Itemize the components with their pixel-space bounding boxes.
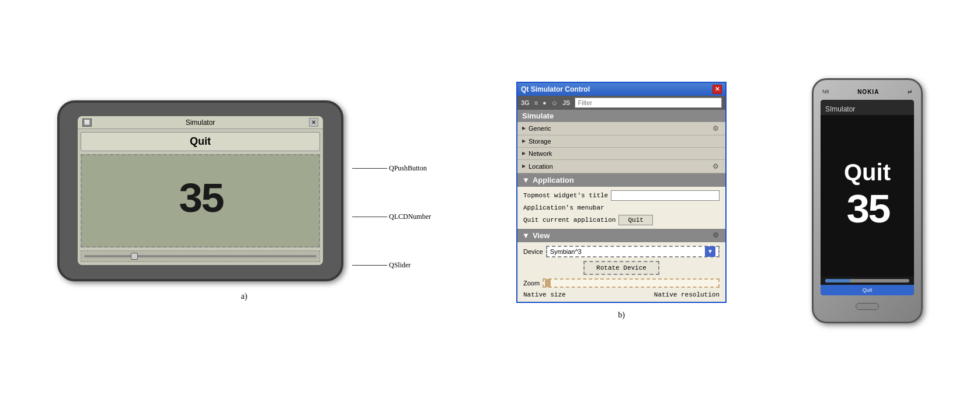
zoom-slider[interactable]	[543, 278, 720, 288]
view-section-header[interactable]: ▼ View ⚙	[517, 229, 725, 242]
section-c: N8 NOKIA ⇄ SImulator Quit 35	[812, 78, 923, 323]
annotation-line-3	[352, 265, 387, 266]
main-container: ⬜ Simulator ✕ Quit 35	[0, 0, 980, 401]
nokia-brand-portrait: NOKIA	[857, 89, 879, 95]
rotate-btn-row: Rotate Device	[523, 261, 720, 275]
signal-icon: ⇄	[908, 89, 912, 95]
simulator-titlebar: ⬜ Simulator ✕	[78, 116, 323, 129]
section-storage-left: ▶ Storage	[522, 138, 551, 145]
filter-input[interactable]	[575, 97, 722, 108]
toolbar-menu-icon[interactable]: ≡	[534, 99, 538, 106]
section-generic[interactable]: ▶ Generic ⚙	[517, 122, 725, 135]
annotation-label-3: QSlider	[389, 261, 411, 270]
zoom-thumb	[545, 279, 551, 287]
qt-titlebar: Qt Simulator Control ✕	[517, 83, 725, 96]
gear-icon-generic[interactable]: ⚙	[713, 124, 721, 132]
form-row-menubar: Application's menubar	[523, 204, 720, 211]
quit-label: Quit current application	[523, 217, 616, 224]
landscape-device: ⬜ Simulator ✕ Quit 35	[57, 100, 343, 281]
zoom-row: Zoom	[523, 278, 720, 288]
menubar-label: Application's menubar	[523, 204, 605, 211]
arrow-icon-view: ▼	[522, 231, 530, 240]
arrow-icon-application: ▼	[522, 176, 530, 184]
section-network-label: Network	[529, 150, 552, 157]
topmost-widget-label: Topmost widget's title	[523, 192, 608, 199]
section-location-label: Location	[529, 163, 553, 170]
toolbar-js[interactable]: JS	[562, 99, 570, 106]
annotation-qslider: QSlider	[352, 261, 431, 270]
portrait-screen: SImulator Quit 35 Quit	[821, 100, 914, 295]
section-storage-label: Storage	[529, 138, 551, 145]
section-network[interactable]: ▶ Network	[517, 148, 725, 160]
section-b: Qt Simulator Control ✕ 3G ≡ ● ☺ JS Simul…	[516, 82, 727, 320]
slider-widget[interactable]	[81, 250, 320, 262]
quit-application-btn[interactable]: Quit	[618, 215, 652, 225]
portrait-app-title: SImulator	[821, 103, 914, 115]
qt-simulator-window: Qt Simulator Control ✕ 3G ≡ ● ☺ JS Simul…	[516, 82, 727, 303]
section-location[interactable]: ▶ Location ⚙	[517, 160, 725, 173]
portrait-device: N8 NOKIA ⇄ SImulator Quit 35	[812, 78, 923, 323]
native-size-label: Native size	[523, 291, 566, 298]
annotated-section-a: ⬜ Simulator ✕ Quit 35	[57, 100, 431, 281]
device-home-btn[interactable]	[856, 303, 879, 310]
section-a: ⬜ Simulator ✕ Quit 35	[57, 100, 431, 301]
arrow-icon-storage: ▶	[522, 138, 526, 144]
section-storage[interactable]: ▶ Storage	[517, 135, 725, 148]
application-section-header[interactable]: ▼ Application	[517, 173, 725, 187]
topmost-widget-input[interactable]	[611, 190, 720, 201]
native-resolution-label: Native resolution	[654, 291, 720, 298]
form-row-topmost-widget: Topmost widget's title	[523, 190, 720, 201]
view-section-label: View	[533, 231, 550, 240]
portrait-slider-track[interactable]	[825, 279, 909, 283]
annotation-qpushbutton: QPushButton	[352, 164, 431, 173]
annotations: QPushButton QLCDNumber QSlider	[343, 100, 431, 281]
portrait-bottom-btn[interactable]: Quit	[821, 285, 914, 295]
simulate-header: Simulate	[517, 110, 725, 122]
toolbar-3g[interactable]: 3G	[521, 99, 530, 106]
arrow-icon-location: ▶	[522, 163, 526, 169]
section-generic-left: ▶ Generic	[522, 125, 551, 132]
device-select[interactable]: Symbian^3 ▼	[546, 246, 720, 257]
rotate-device-btn[interactable]: Rotate Device	[583, 261, 659, 275]
simulator-icon: ⬜	[82, 118, 92, 127]
section-network-left: ▶ Network	[522, 150, 552, 157]
portrait-slider-fill	[825, 279, 850, 283]
dropdown-arrow-icon[interactable]: ▼	[705, 246, 715, 257]
qt-window-close-btn[interactable]: ✕	[713, 85, 722, 94]
simulator-content: Quit 35	[78, 129, 323, 265]
quit-pushbutton[interactable]: Quit	[81, 132, 320, 151]
application-section-label: Application	[533, 176, 574, 184]
portrait-lcd-display: 35	[846, 191, 889, 232]
view-content: Device Symbian^3 ▼ Rotate Device Zoom	[517, 242, 725, 302]
portrait-quit-text: Quit	[844, 159, 891, 186]
annotation-label-1: QPushButton	[389, 164, 427, 173]
device-top-bar: N8 NOKIA ⇄	[819, 89, 915, 95]
portrait-slider-area	[821, 277, 914, 285]
qt-toolbar: 3G ≡ ● ☺ JS	[517, 96, 725, 110]
toolbar-circle-icon[interactable]: ●	[543, 99, 547, 106]
native-row: Native size Native resolution	[523, 291, 720, 298]
qt-window-title: Qt Simulator Control	[521, 85, 590, 93]
form-row-quit: Quit current application Quit	[523, 215, 720, 225]
section-location-left: ▶ Location	[522, 163, 553, 170]
arrow-icon-network: ▶	[522, 151, 526, 156]
gear-icon-location[interactable]: ⚙	[713, 162, 721, 170]
application-form: Topmost widget's title Application's men…	[517, 187, 725, 229]
lcd-number-display: 35	[81, 154, 320, 247]
simulator-title: Simulator	[186, 118, 216, 127]
toolbar-face-icon[interactable]: ☺	[551, 99, 558, 106]
device-label: Device	[523, 248, 543, 255]
annotation-qlcdnumber: QLCDNumber	[352, 212, 431, 221]
annotation-line-2	[352, 217, 387, 217]
landscape-screen: ⬜ Simulator ✕ Quit 35	[78, 116, 323, 265]
device-row: Device Symbian^3 ▼	[523, 246, 720, 257]
portrait-content-area: Quit 35	[821, 115, 914, 277]
slider-track	[84, 255, 317, 257]
device-value: Symbian^3	[550, 248, 582, 255]
gear-icon-view[interactable]: ⚙	[713, 231, 721, 239]
zoom-label: Zoom	[523, 280, 540, 287]
section-generic-label: Generic	[529, 125, 551, 132]
annotation-label-2: QLCDNumber	[389, 212, 431, 221]
simulator-close-btn[interactable]: ✕	[309, 118, 318, 127]
slider-thumb	[131, 253, 138, 260]
